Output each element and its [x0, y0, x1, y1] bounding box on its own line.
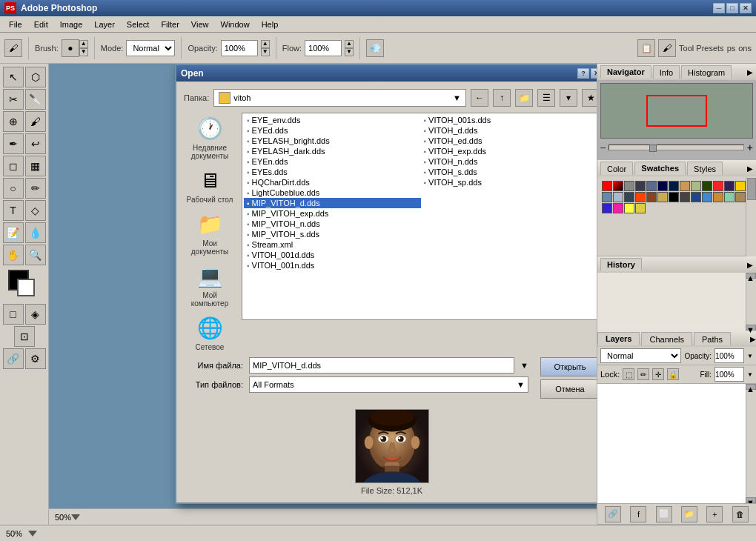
tab-info[interactable]: Info [653, 65, 680, 79]
tab-histogram[interactable]: Histogram [681, 65, 732, 79]
sidebar-docs[interactable]: 📁 Мои документы [184, 208, 236, 256]
file-item[interactable]: ▪EYELASH_bright.dds [244, 136, 421, 146]
standard-mode[interactable]: □ [3, 304, 24, 325]
swatch[interactable] [657, 192, 668, 202]
zoom-minus[interactable]: ─ [600, 144, 606, 152]
file-item[interactable]: ▪VITOH_d.dds [421, 125, 597, 136]
zoom-slider-thumb[interactable] [649, 145, 657, 152]
navigator-panel-arrow[interactable]: ▶ [747, 68, 753, 76]
quick-mask-mode[interactable]: ◈ [25, 304, 46, 325]
brush-preview[interactable]: ● [62, 39, 79, 57]
file-item[interactable]: ▪VITOH_001n.dds [244, 260, 421, 270]
brush-size-down[interactable]: ▼ [79, 48, 88, 56]
close-button[interactable]: ✕ [740, 3, 752, 13]
status-nav-triangle[interactable] [28, 531, 37, 537]
swatch[interactable] [680, 181, 690, 191]
minimize-button[interactable]: ─ [713, 3, 725, 13]
file-item[interactable]: ▪MIP_VITOH_n.dds [244, 219, 421, 229]
swatch[interactable] [702, 181, 712, 191]
swatch[interactable] [713, 192, 723, 202]
heal-tool[interactable]: ⊕ [3, 111, 24, 132]
layers-scrollbar[interactable]: ▲ ▼ [746, 384, 756, 503]
tab-history[interactable]: History [600, 258, 642, 271]
airbrush-icon[interactable]: 💨 [366, 39, 384, 57]
jump-to-ir[interactable]: 🔗 [3, 348, 24, 369]
layer-style-btn[interactable]: f [630, 506, 646, 522]
folder-dropdown[interactable]: vitoh ▼ [213, 89, 466, 107]
create-folder-btn[interactable]: 📁 [515, 89, 533, 107]
screen-mode[interactable]: ⊡ [14, 326, 35, 347]
file-item[interactable]: ▪EYEn.dds [244, 156, 421, 167]
zoom-tool[interactable]: 🔍 [25, 245, 46, 265]
move-tool[interactable]: ↖ [3, 67, 24, 87]
brush-options-icon[interactable]: 🖌 [658, 39, 676, 57]
menu-edit[interactable]: Edit [28, 19, 54, 30]
history-scroll-up[interactable]: ▲ [746, 273, 756, 279]
file-item[interactable]: ▪VITOH_001d.dds [244, 250, 421, 260]
file-item[interactable]: ▪HQCharDirt.dds [244, 177, 421, 187]
file-item-selected[interactable]: ▪MIP_VITOH_d.dds [244, 198, 421, 208]
file-item[interactable]: ▪VITOH_exp.dds [421, 146, 597, 156]
opacity-arrow[interactable]: ▼ [747, 353, 753, 359]
lasso-tool[interactable]: ⬡ [25, 67, 46, 87]
swatch[interactable] [624, 203, 634, 213]
swatch[interactable] [602, 192, 612, 202]
file-item[interactable]: ▪MIP_VITOH_s.dds [244, 229, 421, 239]
zoom-plus[interactable]: + [747, 142, 753, 153]
swatch[interactable] [613, 192, 623, 202]
details-btn[interactable]: ▾ [560, 89, 577, 107]
history-panel-arrow[interactable]: ▶ [747, 261, 753, 269]
layer-delete-btn[interactable]: 🗑 [732, 506, 749, 522]
hand-tool[interactable]: ✋ [3, 245, 24, 265]
lock-all-icon[interactable]: 🔒 [667, 368, 679, 380]
history-scrollbar[interactable]: ▲ ▼ [746, 273, 756, 331]
file-item[interactable]: ▪VITOH_s.dds [421, 167, 597, 177]
sidebar-recent[interactable]: 🕐 Недавние документы [184, 113, 236, 160]
maximize-button[interactable]: □ [726, 3, 738, 13]
brush-size-control[interactable]: ● ▲ ▼ [62, 39, 88, 57]
brush-tool[interactable]: 🖌 [25, 111, 46, 132]
swatch[interactable] [624, 192, 634, 202]
file-item[interactable]: ▪MIP_VITOH_exp.dds [244, 208, 421, 219]
opacity-up[interactable]: ▲ [261, 40, 270, 48]
eraser-tool[interactable]: ◻ [3, 156, 24, 176]
flow-input[interactable] [305, 40, 342, 56]
filename-input[interactable] [249, 357, 514, 374]
brush-tool-icon[interactable]: 🖌 [4, 39, 22, 57]
swatches-panel-arrow[interactable]: ▶ [747, 165, 753, 173]
file-item[interactable]: ▪VITOH_sp.dds [421, 177, 597, 187]
swatch[interactable] [624, 181, 634, 191]
menu-help[interactable]: Help [256, 19, 285, 30]
swatch[interactable] [680, 192, 690, 202]
swatch[interactable] [657, 181, 668, 191]
view-toggle-btn[interactable]: ☰ [537, 89, 555, 107]
swatch[interactable] [613, 203, 623, 213]
swatch[interactable] [724, 181, 735, 191]
filetype-dropdown[interactable]: All Formats ▼ [249, 376, 528, 393]
flow-up[interactable]: ▲ [345, 40, 354, 48]
swatch[interactable] [669, 181, 679, 191]
file-item[interactable]: ▪EYE_env.dds [244, 115, 421, 125]
clone-tool[interactable]: ✒ [3, 133, 24, 154]
menu-file[interactable]: File [3, 19, 28, 30]
swatch[interactable] [735, 181, 746, 191]
favorites-btn[interactable]: ★ [582, 89, 597, 107]
opacity-down[interactable]: ▼ [261, 48, 270, 56]
layer-new-btn[interactable]: + [706, 506, 723, 522]
dodge-tool[interactable]: ○ [3, 178, 24, 199]
lock-transparent-icon[interactable]: ⬚ [623, 368, 634, 380]
swatch[interactable] [702, 192, 712, 202]
swatch[interactable] [602, 203, 612, 213]
swatch[interactable] [635, 192, 646, 202]
file-item[interactable]: ▪EYEd.dds [244, 125, 421, 136]
menu-filter[interactable]: Filter [155, 19, 185, 30]
layers-scroll-down[interactable]: ▼ [746, 497, 756, 503]
opacity-input[interactable] [714, 348, 744, 363]
layers-blend-mode[interactable]: Normal [600, 348, 681, 363]
tab-styles[interactable]: Styles [687, 162, 723, 175]
eyedrop-tool[interactable]: 💧 [25, 222, 46, 243]
sidebar-desktop[interactable]: 🖥 Рабочий стол [187, 165, 233, 204]
swatch[interactable] [669, 192, 679, 202]
tab-color[interactable]: Color [600, 162, 633, 175]
tab-swatches[interactable]: Swatches [634, 162, 686, 175]
